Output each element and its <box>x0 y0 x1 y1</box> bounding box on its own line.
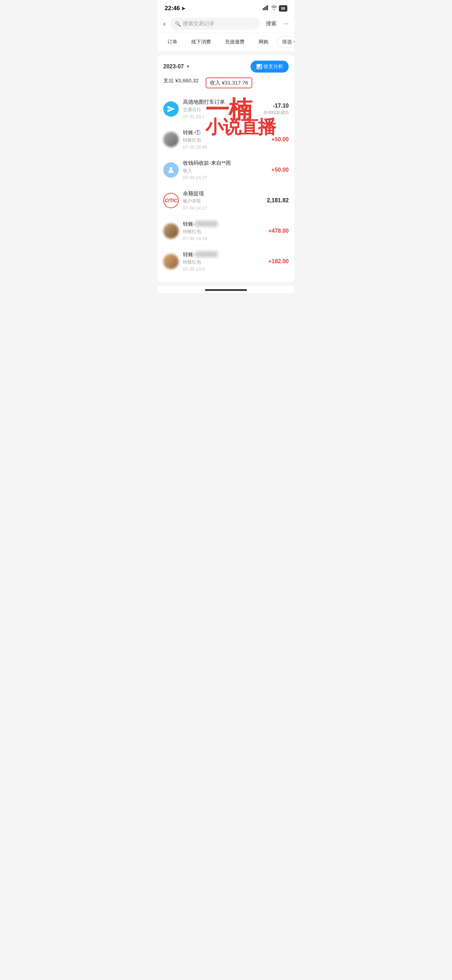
tx6-amount: +182.00 <box>268 258 289 265</box>
tx1-name: 高德地图打车订单 <box>183 99 264 105</box>
wifi-icon <box>271 5 277 12</box>
transaction-item-4[interactable]: CITIC 余额提现 账户存取 07-30 14:17 2,181.82 <box>163 185 289 216</box>
expense-label: 支出 ¥ <box>163 78 178 83</box>
analysis-button[interactable]: 📊 收支分析 <box>250 60 289 73</box>
tab-dingdan[interactable]: 订单 <box>162 37 183 47</box>
income-label: 收入 ¥31,317.76 <box>210 80 248 86</box>
search-input-wrap[interactable]: 🔍 搜索交易记录 <box>170 18 260 30</box>
tx4-time: 07-30 14:17 <box>183 205 267 211</box>
tx3-amount: +50.00 <box>272 167 289 173</box>
tx5-name: 转账-██████ <box>183 221 268 228</box>
filter-arrow-icon: ▼ <box>293 39 294 45</box>
home-indicator <box>158 286 294 293</box>
tx2-avatar <box>163 132 179 147</box>
tx2-info: 转账-① 转账红包 07-30 16:45 <box>183 129 272 150</box>
tx3-info: 收钱码收款-来自**雨 收入 07-30 14:27 <box>183 160 272 180</box>
tx6-name: 转账-██████ <box>183 251 268 258</box>
tx2-amount: +50.00 <box>272 136 289 143</box>
tx4-name: 余额提现 <box>183 190 267 197</box>
tx3-amount-col: +50.00 <box>272 167 289 173</box>
svg-rect-0 <box>263 8 264 10</box>
tx3-name: 收钱码收款-来自**雨 <box>183 160 272 167</box>
back-button[interactable]: ‹ <box>162 18 167 29</box>
svg-rect-2 <box>266 6 267 10</box>
filter-label: 筛选 <box>282 39 292 45</box>
tx6-category: 转账红包 <box>183 259 268 265</box>
summary-header: 2023-07 ▼ 📊 收支分析 <box>163 60 289 73</box>
tx2-time: 07-30 16:45 <box>183 145 272 150</box>
transaction-item-5[interactable]: 转账-██████ 转账红包 07-30 14:14 +478.00 <box>163 216 289 247</box>
expense-item: 支出 ¥3,660.32 <box>163 78 199 88</box>
summary-row: 支出 ¥3,660.32 收入 ¥31,317.76 <box>163 78 289 88</box>
search-icon: 🔍 <box>175 21 181 27</box>
expense-value: 3,660.32 <box>178 78 199 83</box>
status-time: 22:46 ➤ <box>165 5 185 12</box>
gaode-avatar <box>163 101 179 117</box>
status-bar: 22:46 ➤ 98 <box>158 0 294 15</box>
tx5-time: 07-30 14:14 <box>183 236 268 241</box>
tx1-amount: -17.10 <box>264 103 289 109</box>
tx5-info: 转账-██████ 转账红包 07-30 14:14 <box>183 221 268 241</box>
tx4-amount: 2,181.82 <box>267 197 289 204</box>
tx3-category: 收入 <box>183 167 272 174</box>
tx2-amount-col: +50.00 <box>272 136 289 143</box>
svg-rect-3 <box>267 5 268 10</box>
tx3-time: 07-30 14:27 <box>183 175 272 180</box>
status-icons: 98 <box>263 5 287 12</box>
filter-tabs: 订单 线下消费 充值缴费 网购 筛选 ▼ <box>158 33 294 51</box>
svg-rect-1 <box>264 7 265 10</box>
tx4-amount-col: 2,181.82 <box>267 197 289 204</box>
tx6-amount-col: +182.00 <box>268 258 289 265</box>
income-highlight-box: 收入 ¥31,317.76 <box>206 78 252 88</box>
tab-online-shop[interactable]: 网购 <box>253 37 274 47</box>
citic-avatar: CITIC <box>163 193 179 208</box>
tab-recharge[interactable]: 充值缴费 <box>220 37 250 47</box>
battery-indicator: 98 <box>279 5 287 11</box>
tx2-category: 转账红包 <box>183 137 272 143</box>
more-button[interactable]: ··· <box>282 19 290 29</box>
analysis-label: 收支分析 <box>264 64 283 70</box>
filter-button[interactable]: 筛选 ▼ <box>277 37 294 48</box>
tx6-info: 转账-██████ 转账红包 07-30 13:0 <box>183 251 268 272</box>
signal-icon <box>263 5 269 12</box>
tx1-time: 07-31 20:1 <box>183 114 264 119</box>
tx5-amount-col: +478.00 <box>268 228 289 234</box>
chart-icon: 📊 <box>256 64 262 69</box>
location-icon: ➤ <box>181 6 185 11</box>
tx1-category: 交通出行 <box>183 107 264 113</box>
search-button[interactable]: 搜索 <box>263 19 279 29</box>
transaction-item-2[interactable]: 转账-① 转账红包 07-30 16:45 +50.00 <box>163 124 289 155</box>
transaction-list: 一楠 小说直播 高德地图打车订单 交通出行 07-31 20:1 -17.10 … <box>163 94 289 277</box>
transaction-item-6[interactable]: 转账-██████ 转账红包 07-30 13:0 +182.00 <box>163 247 289 277</box>
tx1-amount-col: -17.10 自动扣款成功 <box>264 103 289 116</box>
tx5-category: 转账红包 <box>183 229 268 235</box>
tx4-category: 账户存取 <box>183 198 267 204</box>
search-placeholder: 搜索交易记录 <box>183 20 215 27</box>
tab-offline[interactable]: 线下消费 <box>186 37 216 47</box>
transaction-item-1[interactable]: 高德地图打车订单 交通出行 07-31 20:1 -17.10 自动扣款成功 <box>163 94 289 124</box>
time-display: 22:46 <box>165 5 180 12</box>
main-content: 2023-07 ▼ 📊 收支分析 支出 ¥3,660.32 收入 ¥31,317… <box>158 55 294 282</box>
month-label: 2023-07 <box>163 64 184 70</box>
month-selector[interactable]: 2023-07 ▼ <box>163 64 190 70</box>
home-bar <box>205 289 247 291</box>
tx3-avatar <box>163 162 179 178</box>
tx5-avatar <box>163 223 179 239</box>
tx6-avatar <box>163 254 179 269</box>
tx4-info: 余额提现 账户存取 07-30 14:17 <box>183 190 267 211</box>
svg-point-4 <box>170 167 172 170</box>
tx5-amount: +478.00 <box>268 228 289 234</box>
transaction-item-3[interactable]: 收钱码收款-来自**雨 收入 07-30 14:27 +50.00 <box>163 155 289 185</box>
tx2-name: 转账-① <box>183 129 272 136</box>
tx1-info: 高德地图打车订单 交通出行 07-31 20:1 <box>183 99 264 119</box>
tx1-status: 自动扣款成功 <box>264 110 289 116</box>
tx6-time: 07-30 13:0 <box>183 266 268 272</box>
month-arrow-icon: ▼ <box>186 64 190 69</box>
search-bar: ‹ 🔍 搜索交易记录 搜索 ··· <box>158 15 294 33</box>
